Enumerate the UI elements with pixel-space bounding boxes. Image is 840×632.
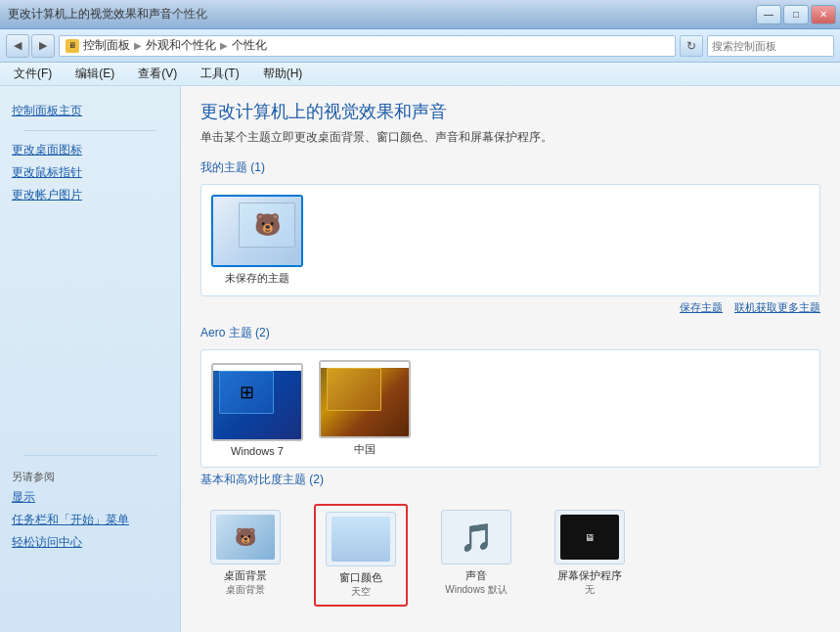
sound-item[interactable]: 🎵 声音 Windows 默认 [431, 504, 521, 607]
menu-file[interactable]: 文件(F) [10, 64, 56, 84]
window-title-label: 个性化 [172, 6, 207, 23]
desktop-bg-icon-area: 🐻 [210, 510, 281, 564]
aero-themes-label: Aero 主题 (2) [200, 325, 820, 341]
theme-actions: 保存主题 联机获取更多主题 [200, 300, 820, 315]
desktop-bg-preview: 🐻 [216, 515, 275, 560]
window-color-label: 窗口颜色 [339, 570, 382, 585]
sound-sublabel: Windows 默认 [445, 583, 507, 597]
unsaved-preview-bg: 🐻 [213, 197, 301, 265]
window-title: 更改计算机上的视觉效果和声音 [8, 6, 172, 23]
screensaver-icon: 🖥 [585, 532, 595, 543]
main-layout: 控制面板主页 更改桌面图标 更改鼠标指针 更改帐户图片 另请参阅 显示 任务栏和… [0, 86, 840, 632]
unsaved-theme-preview: 🐻 [211, 195, 303, 267]
window-color-icon-area [326, 512, 396, 566]
desktop-bg-sublabel: 桌面背景 [226, 583, 265, 597]
also-see-title: 另请参阅 [12, 464, 169, 486]
my-themes-grid: 🐻 未保存的主题 [200, 184, 820, 296]
address-bar: ◀ ▶ 🖥 控制面板 ▶ 外观和个性化 ▶ 个性化 ↻ [0, 29, 840, 63]
close-button[interactable]: ✕ [811, 5, 836, 24]
save-theme-link[interactable]: 保存主题 [680, 300, 723, 315]
page-subtitle: 单击某个主题立即更改桌面背景、窗口颜色、声音和屏幕保护程序。 [200, 129, 820, 146]
menu-tools[interactable]: 工具(T) [197, 64, 243, 84]
window-color-sublabel: 天空 [351, 585, 371, 599]
sidebar-also-see: 另请参阅 显示 任务栏和「开始」菜单 轻松访问中心 [0, 447, 181, 554]
sound-icon-area: 🎵 [441, 510, 511, 564]
page-title: 更改计算机上的视觉效果和声音 [200, 100, 820, 123]
unsaved-preview-inner: 🐻 [239, 203, 295, 248]
desktop-bg-item[interactable]: 🐻 桌面背景 桌面背景 [200, 504, 290, 607]
sidebar-item-taskbar[interactable]: 任务栏和「开始」菜单 [12, 509, 169, 531]
screensaver-label: 屏幕保护程序 [557, 568, 622, 583]
maximize-button[interactable]: □ [783, 5, 809, 24]
my-themes-label: 我的主题 (1) [200, 159, 820, 176]
menu-view[interactable]: 查看(V) [134, 64, 181, 84]
unsaved-theme-label: 未保存的主题 [225, 271, 289, 286]
breadcrumb-appearance[interactable]: 外观和个性化 [146, 37, 216, 54]
forward-button[interactable]: ▶ [31, 34, 55, 58]
address-path: 🖥 控制面板 ▶ 外观和个性化 ▶ 个性化 [59, 35, 676, 57]
refresh-button[interactable]: ↻ [680, 35, 703, 57]
nav-buttons: ◀ ▶ [6, 34, 55, 58]
desktop-bg-label: 桌面背景 [224, 568, 267, 583]
window-color-preview [332, 517, 390, 562]
sound-emoji: 🎵 [460, 521, 494, 554]
sound-label: 声音 [465, 568, 487, 583]
title-bar: 更改计算机上的视觉效果和声音 个性化 — □ ✕ [0, 0, 840, 29]
win7-theme-label: Windows 7 [231, 445, 284, 457]
bottom-section: 🐻 桌面背景 桌面背景 窗口颜色 天空 🎵 [200, 498, 820, 612]
aero-themes-items: ⊞ Windows 7 中国 [211, 360, 810, 457]
screensaver-icon-area: 🖥 [554, 510, 625, 564]
sidebar-item-account-picture[interactable]: 更改帐户图片 [12, 184, 168, 206]
sidebar-divider2 [23, 455, 157, 456]
screensaver-preview: 🖥 [560, 515, 619, 560]
win7-logo-icon: ⊞ [240, 382, 254, 403]
breadcrumb-personalization[interactable]: 个性化 [232, 37, 267, 54]
sidebar-item-accessibility[interactable]: 轻松访问中心 [12, 531, 169, 554]
sidebar-item-display[interactable]: 显示 [12, 486, 169, 509]
screensaver-sublabel: 无 [585, 583, 595, 597]
sidebar: 控制面板主页 更改桌面图标 更改鼠标指针 更改帐户图片 另请参阅 显示 任务栏和… [0, 86, 181, 632]
win7-preview-bg: ⊞ [213, 371, 301, 439]
basic-themes-label: 基本和高对比度主题 (2) [200, 472, 820, 488]
menu-edit[interactable]: 编辑(E) [71, 64, 118, 84]
sidebar-divider1 [23, 130, 156, 131]
minimize-button[interactable]: — [756, 5, 781, 24]
sidebar-nav-section: 控制面板主页 更改桌面图标 更改鼠标指针 更改帐户图片 [0, 96, 180, 210]
screensaver-item[interactable]: 🖥 屏幕保护程序 无 [545, 504, 635, 607]
sidebar-item-home[interactable]: 控制面板主页 [12, 100, 168, 122]
bear-icon: 🐻 [254, 212, 281, 238]
my-themes-items: 🐻 未保存的主题 [211, 195, 810, 286]
china-theme-preview [319, 360, 411, 438]
menu-bar: 文件(F) 编辑(E) 查看(V) 工具(T) 帮助(H) [0, 63, 840, 86]
separator1: ▶ [134, 40, 142, 51]
separator2: ▶ [220, 40, 228, 51]
back-button[interactable]: ◀ [6, 34, 29, 58]
win7-theme-item[interactable]: ⊞ Windows 7 [211, 363, 303, 457]
window-color-item[interactable]: 窗口颜色 天空 [314, 504, 408, 607]
aero-themes-grid: ⊞ Windows 7 中国 [200, 349, 820, 468]
sound-preview: 🎵 [447, 515, 506, 560]
breadcrumb-controlpanel[interactable]: 控制面板 [83, 37, 130, 54]
title-bar-controls: — □ ✕ [756, 5, 836, 24]
get-more-themes-link[interactable]: 联机获取更多主题 [734, 300, 820, 315]
win7-preview-inner: ⊞ [219, 371, 274, 414]
path-icon: 🖥 [66, 39, 79, 53]
china-theme-item[interactable]: 中国 [319, 360, 411, 457]
china-preview-inner [327, 368, 381, 411]
china-theme-label: 中国 [354, 442, 376, 457]
bear-emoji: 🐻 [235, 526, 256, 548]
search-input[interactable] [707, 35, 834, 57]
unsaved-theme-item[interactable]: 🐻 未保存的主题 [211, 195, 303, 286]
sidebar-item-desktop-icons[interactable]: 更改桌面图标 [12, 139, 168, 161]
content-area: 更改计算机上的视觉效果和声音 单击某个主题立即更改桌面背景、窗口颜色、声音和屏幕… [181, 86, 840, 632]
menu-help[interactable]: 帮助(H) [259, 64, 307, 84]
win7-theme-preview: ⊞ [211, 363, 303, 441]
sidebar-item-mouse-pointers[interactable]: 更改鼠标指针 [12, 161, 168, 184]
china-preview-bg [321, 368, 409, 436]
